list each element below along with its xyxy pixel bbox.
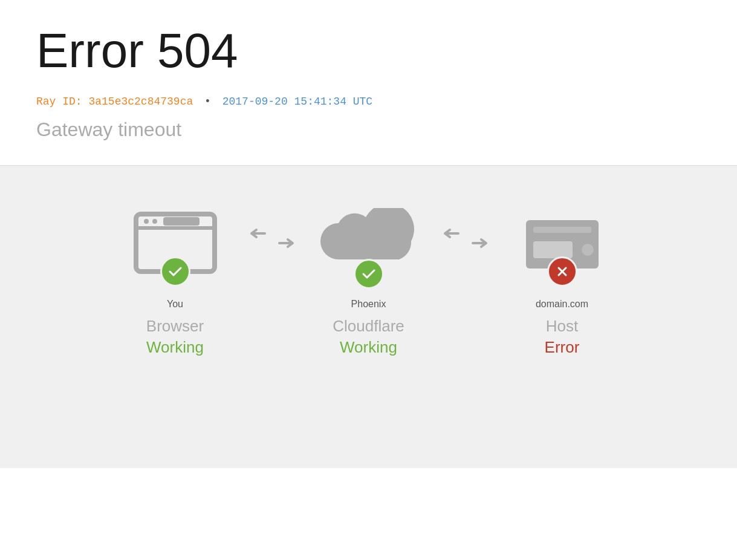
host-type-label: Host xyxy=(546,317,578,336)
browser-status-badge xyxy=(160,256,190,287)
svg-point-7 xyxy=(582,244,594,256)
browser-node: You Browser Working xyxy=(109,202,242,357)
svg-rect-4 xyxy=(163,217,200,226)
cloudflare-status-label: Working xyxy=(340,338,397,357)
bottom-section: You Browser Working xyxy=(0,166,737,468)
error-title: Error 504 xyxy=(36,24,701,77)
ray-timestamp: 2017-09-20 15:41:34 UTC xyxy=(222,96,372,108)
cloudflare-sub-label: Phoenix xyxy=(351,299,386,310)
ray-id: 3a15e3c2c84739ca xyxy=(88,96,193,108)
ray-label: Ray ID: xyxy=(36,96,82,108)
status-row: You Browser Working xyxy=(36,202,701,357)
browser-type-label: Browser xyxy=(146,317,204,336)
cloudflare-node: Phoenix Cloudflare Working xyxy=(302,202,435,357)
top-section: Error 504 Ray ID: 3a15e3c2c84739ca • 201… xyxy=(0,0,737,165)
arrow-connector-2 xyxy=(435,202,496,250)
cloudflare-status-badge xyxy=(354,259,384,289)
host-status-label: Error xyxy=(545,338,580,357)
svg-point-2 xyxy=(144,219,149,224)
host-icon-wrapper xyxy=(514,202,611,287)
svg-rect-6 xyxy=(533,241,573,258)
ray-dot: • xyxy=(204,96,211,108)
browser-icon-wrapper xyxy=(127,202,224,287)
browser-sub-label: You xyxy=(167,299,183,310)
host-sub-label: domain.com xyxy=(536,299,588,310)
ray-info: Ray ID: 3a15e3c2c84739ca • 2017-09-20 15… xyxy=(36,96,701,108)
svg-rect-8 xyxy=(533,227,591,233)
error-description: Gateway timeout xyxy=(36,119,701,141)
cloudflare-icon-wrapper xyxy=(314,202,423,287)
host-status-badge xyxy=(547,256,577,287)
cloudflare-type-label: Cloudflare xyxy=(333,317,404,336)
host-node: domain.com Host Error xyxy=(496,202,629,357)
svg-point-3 xyxy=(152,219,157,224)
arrow-connector-1 xyxy=(242,202,302,250)
browser-status-label: Working xyxy=(146,338,204,357)
